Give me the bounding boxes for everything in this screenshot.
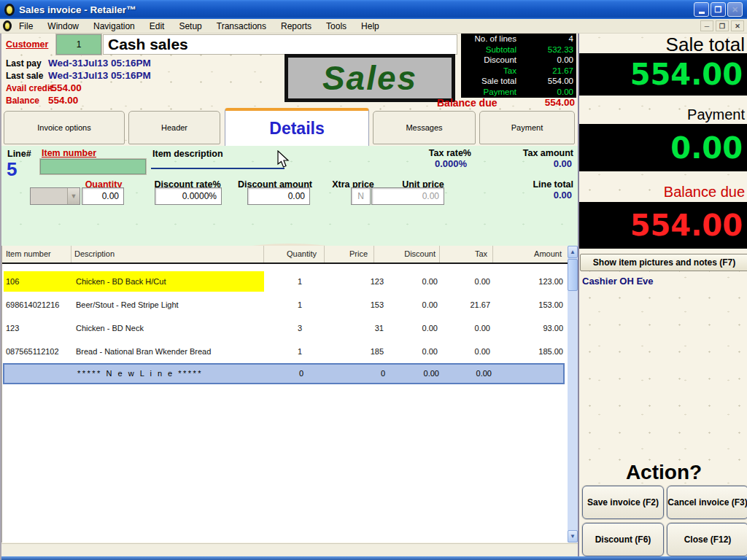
menu-help[interactable]: Help <box>360 20 381 32</box>
cell-price: 185 <box>317 340 384 363</box>
cancel-invoice-button[interactable]: Cancel invoice (F3) <box>667 486 747 519</box>
window-bottom-border <box>1 556 747 560</box>
sales-logo-text: Sales <box>322 58 417 98</box>
table-row[interactable]: 087565112102 Bread - National Bran Wkend… <box>3 340 566 363</box>
mdi-close-icon[interactable]: ✕ <box>731 20 744 31</box>
unit-price-input[interactable]: 0.00 <box>371 187 444 205</box>
menu-file[interactable]: File <box>18 20 34 32</box>
col-header-item-number[interactable]: Item number <box>4 246 71 262</box>
close-invoice-button[interactable]: Close (F12) <box>667 523 747 556</box>
mouse-cursor <box>277 150 290 169</box>
table-row[interactable]: 698614021216 Beer/Stout - Red Stripe Lig… <box>3 293 566 316</box>
balance-value: 554.00 <box>48 95 78 106</box>
status-bar <box>1 543 578 556</box>
cell-item-number: 123 <box>6 316 71 340</box>
table-row[interactable]: 123 Chicken - BD Neck 3 31 0.00 0.00 93.… <box>3 316 566 340</box>
quantity-input[interactable]: 0.00 <box>82 187 124 205</box>
cell-tax: 0.00 <box>427 365 492 388</box>
menu-setup[interactable]: Setup <box>177 20 203 32</box>
cell-item-number: 106 <box>6 270 71 293</box>
cell-price: 0 <box>318 365 385 388</box>
save-invoice-button[interactable]: Save invoice (F2) <box>582 486 664 519</box>
table-row[interactable]: 106 Chicken - BD Back H/Cut 1 123 0.00 0… <box>3 270 566 293</box>
scroll-up-icon[interactable]: ▲ <box>568 246 578 258</box>
menu-tools[interactable]: Tools <box>325 20 348 32</box>
col-header-amount[interactable]: Amount <box>492 246 568 262</box>
cell-tax: 0.00 <box>426 316 490 340</box>
new-line-row[interactable]: ***** N e w L i n e ***** 0 0 0.00 0.00 <box>3 363 565 384</box>
item-number-label[interactable]: Item number <box>42 148 96 158</box>
summary-label: Discount <box>464 55 516 66</box>
menu-reports[interactable]: Reports <box>279 20 313 32</box>
cell-tax: 0.00 <box>426 270 490 293</box>
discount-rate-input[interactable]: 0.0000% <box>155 187 222 205</box>
cell-tax: 21.67 <box>426 293 490 316</box>
mdi-minimize-icon[interactable]: ─ <box>700 20 713 31</box>
customer-number-field[interactable]: 1 <box>56 34 101 55</box>
tab-details[interactable]: Details <box>225 108 369 146</box>
last-pay-value: Wed-31Jul13 05:16PM <box>48 58 151 69</box>
restore-icon[interactable]: ❐ <box>711 2 726 17</box>
menu-window[interactable]: Window <box>46 20 80 32</box>
summary-value: 532.33 <box>516 45 573 55</box>
balance-due-display-value: 554.00 <box>579 202 747 249</box>
mdi-restore-icon[interactable]: ❐ <box>716 20 729 31</box>
tax-amount-value: 0.00 <box>512 158 572 169</box>
cell-item-number: 087565112102 <box>6 340 71 363</box>
cell-description: ***** N e w L i n e ***** <box>77 365 264 388</box>
avail-credit-value: -554.00 <box>48 82 82 93</box>
summary-label: Sale total <box>464 77 516 87</box>
customer-name-field: Cash sales <box>103 34 457 55</box>
col-header-discount[interactable]: Discount <box>374 246 439 262</box>
menu-navigation[interactable]: Navigation <box>92 20 136 32</box>
col-header-tax[interactable]: Tax <box>439 246 492 262</box>
scroll-down-icon[interactable]: ▼ <box>568 530 578 542</box>
table-scrollbar[interactable]: ▲ ▼ <box>568 246 578 542</box>
quantity-unit-dropdown[interactable]: ▼ <box>30 187 80 205</box>
title-bar: Sales invoice - Retailer™ ❐ ✕ <box>0 0 747 19</box>
chevron-down-icon: ▼ <box>67 188 80 204</box>
customer-link[interactable]: Customer <box>6 39 48 50</box>
cell-quantity: 1 <box>244 270 302 293</box>
cell-quantity: 3 <box>244 316 302 340</box>
line-number-value: 5 <box>7 158 17 181</box>
action-title: Action? <box>579 461 747 484</box>
discount-amount-input[interactable]: 0.00 <box>247 187 310 205</box>
window-title: Sales invoice - Retailer™ <box>19 4 694 15</box>
minimize-icon[interactable] <box>694 2 709 17</box>
tab-header[interactable]: Header <box>128 111 220 144</box>
menu-bar: File Window Navigation Edit Setup Transa… <box>0 19 747 34</box>
last-pay-label: Last pay <box>6 58 42 69</box>
tab-invoice-options[interactable]: Invoice options <box>4 111 125 144</box>
tax-amount-label: Tax amount <box>511 148 573 158</box>
summary-value: 0.00 <box>516 88 573 98</box>
invoice-lines-table: Item number Description Quantity Price D… <box>1 246 568 542</box>
discount-button[interactable]: Discount (F6) <box>582 523 664 556</box>
cell-price: 123 <box>317 270 384 293</box>
col-header-quantity[interactable]: Quantity <box>263 246 324 262</box>
item-description-field[interactable] <box>151 154 285 169</box>
scrollbar-thumb[interactable] <box>568 259 578 291</box>
table-header-row: Item number Description Quantity Price D… <box>2 246 568 264</box>
line-number-label: Line# <box>7 149 31 159</box>
avail-credit-label: Avail credit <box>6 83 53 93</box>
app-window: Sales invoice - Retailer™ ❐ ✕ File Windo… <box>0 0 747 560</box>
line-total-value: 0.00 <box>512 190 572 201</box>
menu-edit[interactable]: Edit <box>148 20 166 32</box>
xtra-price-input[interactable]: N <box>351 187 371 205</box>
tab-messages[interactable]: Messages <box>373 111 476 144</box>
summary-label: Subtotal <box>464 45 516 55</box>
cell-quantity: 1 <box>244 293 302 316</box>
show-item-pictures-button[interactable]: Show item pictures and notes (F7) <box>580 254 747 271</box>
menu-transactions[interactable]: Transactions <box>215 20 268 32</box>
menu-app-icon <box>3 20 12 31</box>
balance-due-display-label: Balance due <box>664 184 745 201</box>
summary-value: 21.67 <box>516 66 573 77</box>
line-total-label: Line total <box>522 179 573 190</box>
col-header-description[interactable]: Description <box>71 246 263 262</box>
payment-display-value: 0.00 <box>579 124 747 171</box>
item-number-input[interactable] <box>40 159 146 174</box>
close-icon[interactable]: ✕ <box>727 2 743 17</box>
tab-payment[interactable]: Payment <box>479 111 575 144</box>
col-header-price[interactable]: Price <box>324 246 374 262</box>
